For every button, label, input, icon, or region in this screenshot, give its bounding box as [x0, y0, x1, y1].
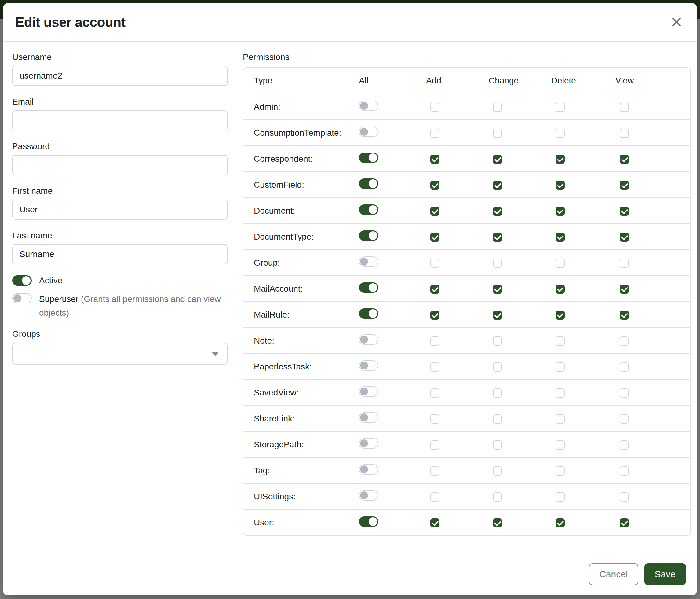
permission-delete-checkbox[interactable] [555, 129, 565, 138]
permission-delete-checkbox[interactable] [555, 207, 565, 216]
permission-view-checkbox[interactable] [620, 129, 629, 138]
permission-delete-checkbox[interactable] [555, 440, 565, 450]
permission-change-checkbox[interactable] [493, 336, 502, 346]
permission-view-checkbox[interactable] [620, 388, 629, 398]
permission-all-toggle[interactable] [359, 464, 378, 475]
active-toggle[interactable] [12, 275, 32, 286]
permission-add-checkbox[interactable] [430, 388, 440, 398]
permission-view-checkbox[interactable] [620, 466, 629, 476]
permission-delete-checkbox[interactable] [555, 336, 565, 346]
permission-change-checkbox[interactable] [493, 129, 502, 138]
permission-delete-checkbox[interactable] [555, 414, 565, 424]
permission-all-toggle[interactable] [359, 438, 378, 449]
permission-delete-checkbox[interactable] [555, 233, 565, 242]
permission-add-checkbox[interactable] [430, 440, 440, 450]
password-field[interactable] [12, 155, 227, 175]
save-button[interactable]: Save [644, 563, 686, 585]
permission-delete-checkbox[interactable] [555, 466, 565, 476]
permission-all-toggle[interactable] [359, 178, 378, 189]
permission-add-checkbox[interactable] [430, 103, 440, 112]
email-field-group: Email [12, 97, 227, 130]
permission-all-toggle[interactable] [359, 490, 378, 501]
superuser-toggle[interactable] [12, 293, 32, 304]
permission-change-checkbox[interactable] [493, 181, 502, 190]
permission-all-toggle[interactable] [359, 231, 378, 241]
permission-change-checkbox[interactable] [493, 259, 502, 268]
permission-view-checkbox[interactable] [620, 181, 629, 190]
permission-delete-checkbox[interactable] [555, 311, 565, 320]
permission-change-checkbox[interactable] [493, 311, 502, 320]
permission-add-checkbox[interactable] [430, 259, 440, 268]
permission-add-checkbox[interactable] [430, 154, 440, 164]
permission-add-checkbox[interactable] [430, 285, 440, 294]
permission-all-toggle[interactable] [359, 152, 378, 163]
permission-add-checkbox[interactable] [430, 362, 440, 372]
permission-row: MailRule: [243, 302, 690, 328]
permission-all-toggle[interactable] [359, 360, 378, 371]
close-icon[interactable]: ✕ [668, 14, 685, 31]
permission-delete-checkbox[interactable] [555, 518, 565, 527]
last-name-field[interactable] [12, 244, 227, 264]
permission-add-checkbox[interactable] [430, 336, 440, 346]
permission-view-checkbox[interactable] [620, 154, 629, 164]
permission-add-checkbox[interactable] [430, 518, 440, 527]
permission-all-toggle[interactable] [359, 334, 378, 345]
permission-view-checkbox[interactable] [620, 362, 629, 372]
permission-add-checkbox[interactable] [430, 414, 440, 424]
permission-delete-checkbox[interactable] [555, 103, 565, 112]
permission-all-toggle[interactable] [359, 282, 378, 293]
username-input[interactable] [12, 66, 227, 86]
first-name-field[interactable] [12, 199, 227, 220]
permission-add-checkbox[interactable] [430, 207, 440, 216]
permission-change-checkbox[interactable] [493, 414, 502, 424]
permission-change-checkbox[interactable] [493, 233, 502, 242]
permission-all-toggle[interactable] [359, 412, 378, 423]
permission-add-checkbox[interactable] [430, 492, 440, 502]
permission-add-checkbox[interactable] [430, 129, 440, 138]
permission-delete-checkbox[interactable] [555, 285, 565, 294]
permission-change-checkbox[interactable] [493, 362, 502, 372]
permission-delete-checkbox[interactable] [555, 181, 565, 190]
groups-select[interactable] [12, 342, 227, 365]
permission-all-toggle[interactable] [359, 386, 378, 397]
permission-view-checkbox[interactable] [620, 492, 629, 502]
permission-view-checkbox[interactable] [620, 233, 629, 242]
first-name-field-group: First name [12, 186, 227, 220]
permission-all-toggle[interactable] [359, 257, 378, 267]
permission-delete-checkbox[interactable] [555, 492, 565, 502]
permission-change-checkbox[interactable] [493, 103, 502, 112]
permission-change-checkbox[interactable] [493, 492, 502, 502]
permission-row: StoragePath: [243, 432, 690, 457]
permission-change-checkbox[interactable] [493, 207, 502, 216]
permission-delete-checkbox[interactable] [555, 388, 565, 398]
permission-change-checkbox[interactable] [493, 518, 502, 527]
permission-add-checkbox[interactable] [430, 181, 440, 190]
permission-view-checkbox[interactable] [620, 207, 629, 216]
permission-view-checkbox[interactable] [620, 103, 629, 112]
permission-all-toggle[interactable] [359, 205, 378, 215]
permission-view-checkbox[interactable] [620, 285, 629, 294]
cancel-button[interactable]: Cancel [589, 563, 638, 585]
permission-view-checkbox[interactable] [620, 518, 629, 527]
permission-change-checkbox[interactable] [493, 285, 502, 294]
permission-all-toggle[interactable] [359, 126, 378, 137]
permission-all-toggle[interactable] [359, 308, 378, 319]
permission-add-checkbox[interactable] [430, 233, 440, 242]
permission-change-checkbox[interactable] [493, 466, 502, 476]
permission-change-checkbox[interactable] [493, 388, 502, 398]
permission-view-checkbox[interactable] [620, 440, 629, 450]
permission-add-checkbox[interactable] [430, 466, 440, 476]
permission-add-checkbox[interactable] [430, 311, 440, 320]
email-field[interactable] [12, 110, 227, 130]
permission-view-checkbox[interactable] [620, 311, 629, 320]
permission-view-checkbox[interactable] [620, 259, 629, 268]
permission-change-checkbox[interactable] [493, 154, 502, 164]
permission-delete-checkbox[interactable] [555, 362, 565, 372]
permission-all-toggle[interactable] [359, 517, 378, 527]
permission-delete-checkbox[interactable] [555, 154, 565, 164]
permission-all-toggle[interactable] [359, 100, 378, 111]
permission-delete-checkbox[interactable] [555, 259, 565, 268]
permission-view-checkbox[interactable] [620, 414, 629, 424]
permission-change-checkbox[interactable] [493, 440, 502, 450]
permission-view-checkbox[interactable] [620, 336, 629, 346]
